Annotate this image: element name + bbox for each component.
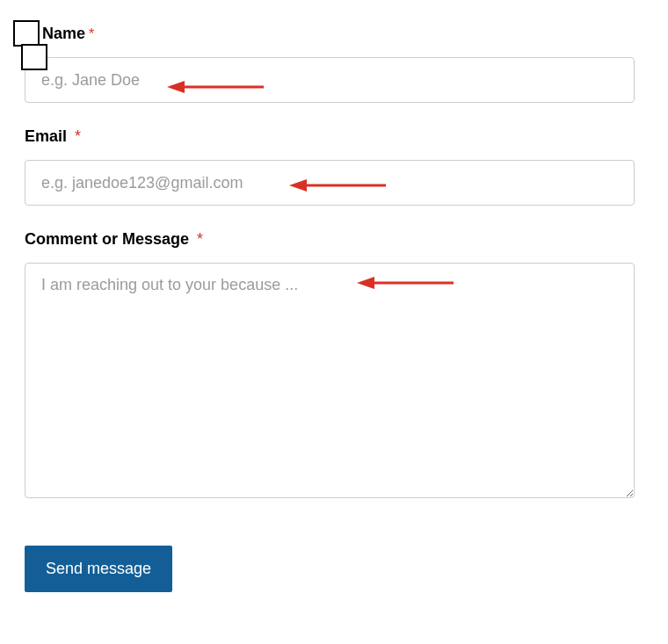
checkbox-outline-2: [21, 44, 47, 70]
email-field-group: Email *: [25, 127, 643, 206]
name-input[interactable]: [25, 57, 635, 103]
email-input[interactable]: [25, 160, 635, 206]
send-message-button[interactable]: Send message: [25, 546, 172, 592]
message-field-group: Comment or Message *: [25, 230, 643, 502]
name-label-row: Name *: [25, 25, 643, 43]
email-label-wrapper: Email *: [25, 127, 643, 146]
checkbox-outline-1: [13, 20, 40, 47]
email-required-mark: *: [75, 127, 81, 145]
message-textarea[interactable]: [25, 263, 635, 498]
message-label: Comment or Message: [25, 230, 189, 248]
name-field-group: Name *: [25, 25, 643, 103]
name-label: Name: [42, 25, 85, 43]
contact-form: Name * Email * Comment or Message *: [0, 0, 668, 617]
email-label: Email: [25, 127, 67, 145]
message-label-wrapper: Comment or Message *: [25, 230, 643, 249]
name-required-mark: *: [89, 26, 94, 42]
message-required-mark: *: [197, 230, 203, 248]
